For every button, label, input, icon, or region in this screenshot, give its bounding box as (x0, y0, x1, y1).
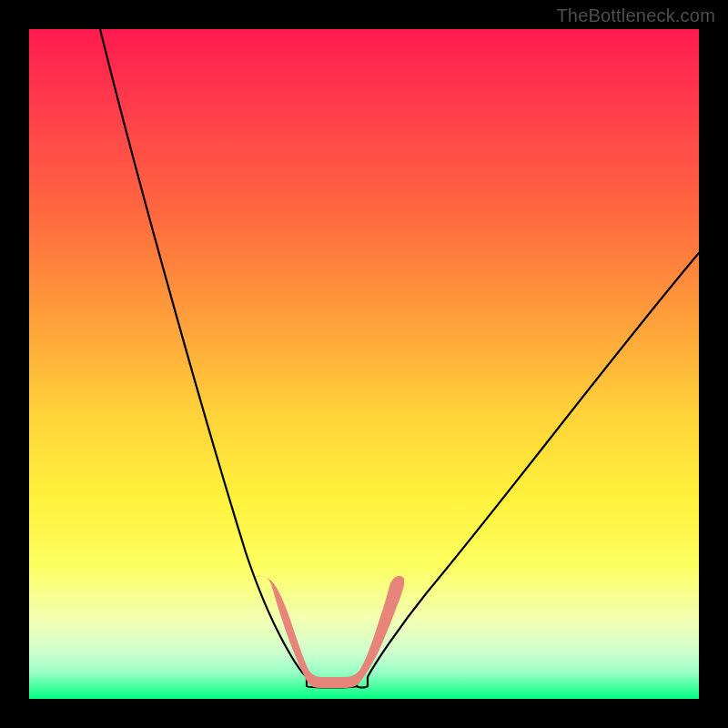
watermark-text: TheBottleneck.com (556, 5, 715, 26)
curve-right (357, 253, 699, 688)
curve-left (100, 29, 357, 688)
curves-layer (29, 29, 699, 699)
chart-frame: TheBottleneck.com (0, 0, 728, 728)
plot-area (29, 29, 699, 699)
